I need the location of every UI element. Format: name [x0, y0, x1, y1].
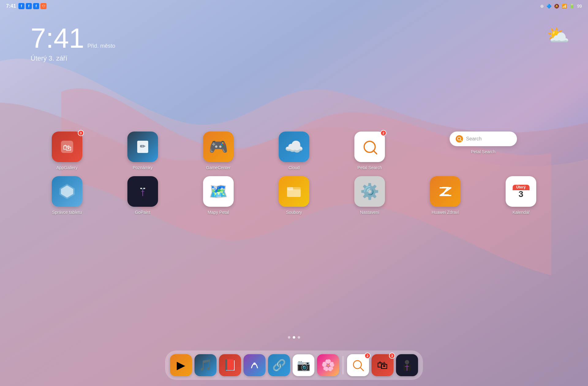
app-cloud[interactable]: ☁️ Cloud: [258, 132, 330, 170]
dock-petalsearch-wrapper: 2: [347, 354, 369, 376]
weather-icon: ⛅: [547, 24, 570, 46]
search-widget-icon: [456, 135, 463, 143]
gallery-icon: 🌸: [321, 359, 335, 372]
app-petalsearch-wrapper: 2: [354, 132, 385, 162]
svg-point-26: [405, 360, 409, 364]
video-icon: ▶: [177, 359, 185, 372]
app-nastaveni-icon: ⚙️: [354, 176, 385, 207]
app-cloud-icon: ☁️: [279, 132, 309, 162]
app-kalendar[interactable]: Úterý 3 Kalendář: [485, 176, 557, 215]
dock-video[interactable]: ▶: [170, 354, 192, 376]
dock-books[interactable]: 📕: [219, 354, 241, 376]
app-spravce[interactable]: Správce tabletu: [31, 176, 103, 215]
status-icons: f f f 🛡: [18, 3, 47, 9]
search-input[interactable]: Search: [466, 136, 482, 142]
dock-appgallery-badge: 3: [389, 353, 395, 359]
app-soubory[interactable]: Soubory: [258, 176, 330, 215]
app-nastaveni-wrapper: ⚙️: [354, 176, 385, 207]
svg-rect-14: [287, 189, 301, 197]
app-poznamky-label: Poznámky: [133, 165, 153, 170]
svg-rect-12: [143, 188, 145, 189]
app-kalendar-icon: Úterý 3: [506, 176, 536, 207]
app-appgallery-label: AppGallery: [56, 165, 77, 170]
app-soubory-wrapper: [279, 176, 309, 207]
page-dot-1[interactable]: [288, 336, 290, 339]
dock-petalsearch-badge: 2: [364, 353, 371, 359]
clock-date: Úterý 3. září: [31, 54, 115, 62]
appgallery-badge: 3: [78, 130, 84, 136]
bluetooth-icon: 🔷: [546, 4, 552, 9]
svg-rect-15: [287, 187, 293, 190]
app-gamecenter-wrapper: 🎮: [203, 132, 234, 162]
app-zdravi[interactable]: Z Huawei Zdraví: [409, 176, 482, 215]
app-mapy[interactable]: 🗺️ Mapy Petal: [182, 176, 254, 215]
svg-text:✏: ✏: [140, 143, 146, 150]
petalsearch-badge: 2: [380, 130, 386, 136]
clock-location: Přid. město: [87, 43, 115, 49]
app-appgallery[interactable]: 🛍 3 AppGallery: [31, 132, 103, 170]
status-bar: 7:41 f f f 🛡 ⊕ 🔷 🔕 📶 🔋 99: [0, 0, 588, 12]
app-nastaveni[interactable]: ⚙️ Nastavení: [334, 176, 406, 215]
app-gamecenter-icon: 🎮: [203, 132, 234, 162]
app-gopaint-icon: [127, 176, 158, 207]
app-poznamky[interactable]: ✏ Poznámky: [106, 132, 179, 170]
app-gamecenter[interactable]: 🎮 GameCenter: [182, 132, 254, 170]
app-kalendar-label: Kalendář: [512, 210, 530, 215]
clock-time: 7:41 Přid. město: [31, 24, 115, 52]
app-poznamky-wrapper: ✏: [127, 132, 158, 162]
facebook-icon-3: f: [33, 3, 39, 9]
app-gopaint-wrapper: [127, 176, 158, 207]
dock-music[interactable]: 🎵: [194, 354, 217, 376]
app-petalsearch[interactable]: 2 Petal Search: [334, 132, 406, 170]
dock-gopaint[interactable]: [396, 354, 418, 376]
battery-level: 99: [577, 4, 582, 9]
status-left: 7:41 f f f 🛡: [6, 3, 47, 9]
page-dot-2[interactable]: [293, 336, 295, 339]
app-grid: 🛍 3 AppGallery ✏ Poznámky 🎮 GameCenter: [24, 132, 564, 215]
svg-line-25: [360, 368, 364, 371]
dock: ▶ 🎵 📕 🔗 📷 🌸: [165, 351, 423, 380]
search-box[interactable]: Search: [450, 132, 517, 146]
dock-books-wrapper: 📕: [219, 354, 241, 376]
page-dot-3[interactable]: [298, 336, 300, 339]
app-mapy-wrapper: 🗺️: [203, 176, 234, 207]
dock-paint[interactable]: [243, 354, 266, 376]
app-gopaint-label: GoPaint: [135, 210, 150, 215]
signal-icon: ⊕: [540, 4, 544, 9]
music-icon: 🎵: [199, 359, 213, 372]
facebook-icon-2: f: [26, 3, 32, 9]
books-icon: 📕: [223, 359, 237, 372]
app-zdravi-label: Huawei Zdraví: [432, 210, 459, 215]
friends-icon: 🔗: [272, 359, 286, 372]
dock-friends[interactable]: 🔗: [268, 354, 290, 376]
status-time: 7:41: [6, 3, 16, 9]
dock-gallery-wrapper: 🌸: [317, 354, 339, 376]
facebook-icon-1: f: [18, 3, 24, 9]
app-cloud-wrapper: ☁️: [279, 132, 309, 162]
app-mapy-label: Mapy Petal: [208, 210, 229, 215]
svg-point-23: [253, 362, 256, 365]
weather-widget: ⛅: [547, 24, 570, 46]
app-kalendar-wrapper: Úterý 3: [506, 176, 536, 207]
petal-search-widget[interactable]: Search Petal Search: [409, 132, 557, 170]
dock-gallery[interactable]: 🌸: [317, 354, 339, 376]
appgallery-dock-icon: 🛍: [377, 359, 388, 372]
app-nastaveni-label: Nastavení: [360, 210, 379, 215]
dock-camera[interactable]: 📷: [292, 354, 315, 376]
app-gopaint[interactable]: GoPaint: [106, 176, 179, 215]
app-poznamky-icon: ✏: [127, 132, 158, 162]
app-gamecenter-label: GameCenter: [206, 165, 231, 170]
dock-gopaint-wrapper: [396, 354, 418, 376]
app-appgallery-icon: 🛍: [52, 132, 82, 162]
dock-paint-wrapper: [243, 354, 266, 376]
dock-video-wrapper: ▶: [170, 354, 192, 376]
app-zdravi-wrapper: Z: [430, 176, 461, 207]
gopaint-dock-icon: [400, 358, 414, 372]
svg-text:Úterý: Úterý: [516, 185, 526, 189]
wifi-icon: 📶: [562, 4, 567, 9]
app-spravce-icon: [52, 176, 82, 207]
status-right: ⊕ 🔷 🔕 📶 🔋 99: [540, 4, 582, 9]
app-petalsearch-icon: [354, 132, 385, 162]
page-dots: [288, 336, 300, 339]
dock-music-wrapper: 🎵: [194, 354, 217, 376]
